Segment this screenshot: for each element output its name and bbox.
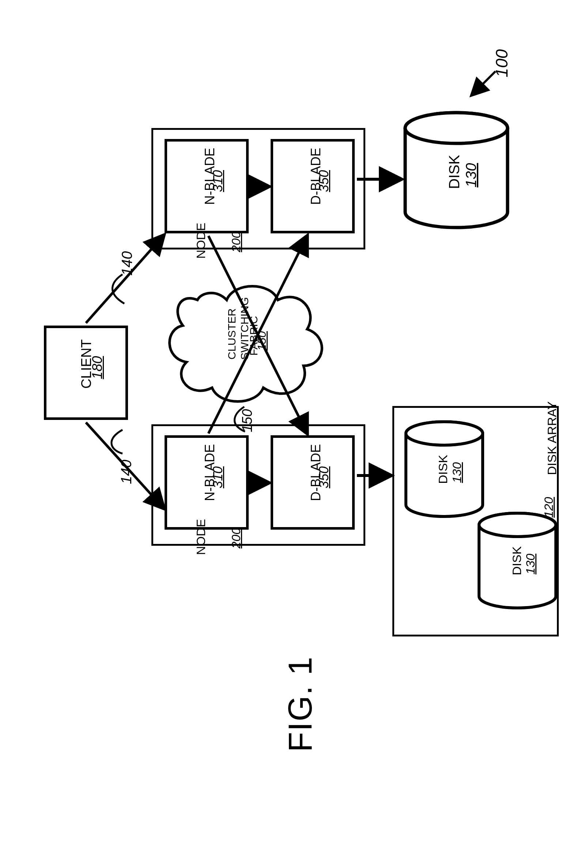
- figure-ref: 100: [492, 49, 510, 78]
- fabric-ref: 150: [255, 325, 268, 357]
- disk-array-1-label: DISK: [510, 542, 523, 579]
- node-bottom-ref: 200: [229, 523, 241, 553]
- disk-array-ref: 120: [542, 493, 554, 522]
- node-top-ref: 200: [229, 227, 241, 257]
- disk-array-0-label: DISK: [436, 451, 449, 487]
- leader-140-bottom: [112, 430, 122, 453]
- node-top-label: NODE: [194, 221, 208, 261]
- fabric-line1: CLUSTER: [225, 301, 239, 367]
- fabric-conn-ref: 150: [240, 404, 254, 437]
- svg-point-2: [405, 113, 508, 143]
- disk-top-label: DISK: [446, 152, 461, 192]
- svg-point-1: [405, 113, 508, 143]
- client-ref: 180: [90, 349, 104, 386]
- node-bottom-label: NODE: [194, 517, 208, 557]
- conn-ref-140-bottom: 140: [118, 455, 133, 488]
- diagram-stage: 100 CLIENT 180 140 140 N-BLADE 310 D-BLA…: [0, 0, 588, 868]
- nblade-top-ref: 310: [210, 165, 225, 198]
- disk-array-label: DISK ARRAY: [545, 398, 560, 478]
- figure-caption: FIG. 1: [281, 649, 318, 759]
- nblade-bottom-ref: 310: [210, 461, 225, 494]
- dblade-top-ref: 350: [316, 165, 331, 198]
- conn-ref-140-top: 140: [119, 247, 134, 280]
- disk-array-box: [392, 406, 559, 636]
- disk-top-ref: 130: [463, 159, 477, 192]
- disk-array-0-ref: 130: [450, 458, 462, 487]
- disk-array-1-ref: 130: [523, 549, 536, 579]
- dblade-bottom-ref: 350: [316, 461, 331, 494]
